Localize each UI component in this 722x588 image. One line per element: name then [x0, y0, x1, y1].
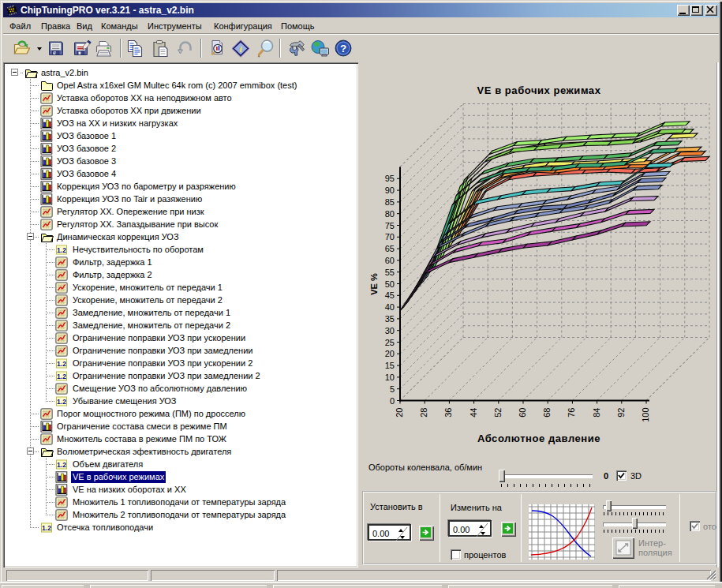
svg-text:85: 85	[385, 197, 395, 207]
svg-text:68: 68	[542, 408, 552, 418]
svg-text:1.2: 1.2	[57, 461, 66, 469]
svg-text:95: 95	[385, 174, 395, 183]
svg-text:30: 30	[385, 326, 395, 335]
svg-text:55: 55	[385, 268, 395, 277]
svg-text:25: 25	[385, 338, 395, 347]
svg-text:35: 35	[385, 314, 395, 324]
svg-text:44: 44	[469, 408, 478, 418]
svg-text:?: ?	[340, 43, 346, 54]
svg-text:76: 76	[567, 408, 576, 418]
svg-text:75: 75	[385, 221, 395, 230]
svg-text:70: 70	[385, 232, 395, 242]
svg-text:1.2: 1.2	[57, 373, 66, 380]
svg-text:10: 10	[385, 373, 395, 382]
svg-text:20: 20	[395, 408, 404, 418]
svg-text:100: 100	[641, 408, 650, 422]
svg-text:45: 45	[385, 290, 395, 300]
svg-text:1.2: 1.2	[57, 398, 66, 406]
svg-text:80: 80	[385, 209, 395, 219]
svg-text:52: 52	[493, 408, 503, 418]
svg-text:92: 92	[616, 408, 626, 418]
svg-text:36: 36	[443, 408, 453, 418]
svg-text:VE %: VE %	[369, 273, 379, 295]
svg-text:15: 15	[385, 361, 395, 370]
svg-text:90: 90	[385, 185, 395, 195]
svg-text:40: 40	[385, 302, 395, 312]
svg-text:28: 28	[419, 408, 428, 418]
svg-text:1.2: 1.2	[57, 360, 66, 368]
svg-text:1.2: 1.2	[42, 524, 51, 532]
svg-text:65: 65	[385, 244, 395, 253]
svg-text:20: 20	[385, 349, 395, 358]
svg-text:0: 0	[390, 396, 395, 406]
svg-text:60: 60	[518, 408, 527, 418]
svg-text:84: 84	[592, 408, 601, 418]
svg-text:60: 60	[385, 256, 395, 265]
svg-text:1.2: 1.2	[57, 246, 66, 254]
svg-text:5: 5	[390, 384, 395, 394]
svg-text:50: 50	[385, 279, 395, 289]
